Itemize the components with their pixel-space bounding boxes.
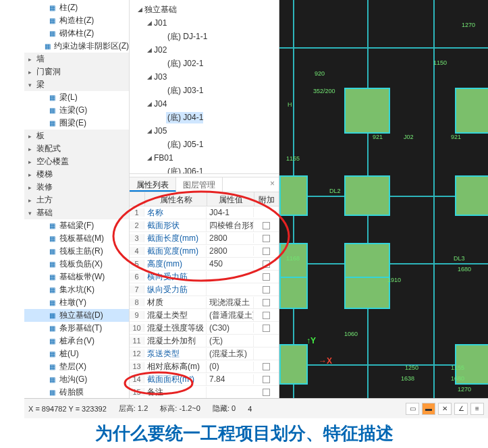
property-value[interactable]: 450 (207, 259, 254, 269)
sidebar-item[interactable]: ▦地沟(G) (24, 373, 129, 386)
sidebar-item[interactable]: ▦砖胎膜 (24, 386, 129, 398)
property-value[interactable]: J04-1 (207, 208, 254, 217)
sidebar-category[interactable]: ▾基础 (24, 206, 129, 219)
outline-item[interactable]: (底) J05-1 (130, 138, 279, 151)
sidebar-item[interactable]: ▦梁(L) (24, 91, 129, 104)
property-value[interactable]: 7.84 (207, 374, 254, 384)
sidebar-item[interactable]: ▦构造柱(Z) (24, 14, 129, 27)
property-row[interactable]: 10混凝土强度等级(C30) (130, 322, 279, 335)
sidebar-item[interactable]: ▦柱(Z) (24, 1, 129, 14)
property-value[interactable]: 2800 (207, 246, 254, 256)
checkbox[interactable] (263, 235, 270, 242)
angle-icon[interactable]: ∠ (454, 403, 468, 415)
sidebar-item[interactable]: ▦筏板基础(M) (24, 232, 129, 245)
sidebar-category[interactable]: ▾梁 (24, 78, 129, 91)
property-row[interactable]: 4截面宽度(mm)2800 (130, 245, 279, 258)
sidebar-item[interactable]: ▦条形基础(T) (24, 322, 129, 335)
outline-group[interactable]: ◢J05 (130, 124, 279, 138)
property-value[interactable]: 四棱锥台形独… (207, 220, 254, 231)
sidebar-item[interactable]: ▦桩承台(V) (24, 335, 129, 347)
tab-properties[interactable]: 属性列表 (130, 177, 176, 192)
checkbox[interactable] (263, 286, 270, 293)
outline-group[interactable]: ◢J02 (130, 43, 279, 57)
property-row[interactable]: 5高度(mm)450 (130, 258, 279, 271)
checkbox[interactable] (263, 376, 270, 383)
checkbox[interactable] (263, 312, 270, 319)
property-row[interactable]: 6横向受力筋 (130, 271, 279, 283)
sidebar-category[interactable]: ▸板 (24, 130, 129, 142)
layer-icon[interactable]: ≡ (470, 403, 484, 415)
sidebar-item[interactable]: ▦砌体柱(Z) (24, 27, 129, 40)
checkbox[interactable] (263, 260, 270, 268)
sidebar-item[interactable]: ▦筏板负筋(X) (24, 258, 129, 271)
property-row[interactable]: 13相对底标高(m)(0) (130, 360, 279, 373)
sidebar-item[interactable]: ▦桩(U) (24, 347, 129, 360)
tab-layers[interactable]: 图层管理 (176, 177, 223, 192)
sidebar-item[interactable]: ▦连梁(G) (24, 104, 129, 117)
property-row[interactable]: 2截面形状四棱锥台形独… (130, 219, 279, 232)
sidebar-category[interactable]: ▸土方 (24, 194, 129, 206)
sidebar-category[interactable]: ▸空心楼盖 (24, 155, 129, 168)
status-bar: X = 894782 Y = 323392 层高: 1.2 标高: -1.2~0… (24, 398, 488, 418)
sidebar-item[interactable]: ▦圈梁(E) (24, 117, 129, 130)
outline-group[interactable]: ◢J04 (130, 97, 279, 111)
fill-icon[interactable]: ▬ (422, 403, 435, 415)
property-row[interactable]: 11混凝土外加剂(无) (130, 335, 279, 347)
checkbox[interactable] (263, 299, 270, 306)
checkbox[interactable] (263, 248, 270, 255)
property-row[interactable]: 7纵向受力筋 (130, 283, 279, 296)
property-header: 属性名称 属性值 附加 (130, 192, 279, 206)
property-row[interactable]: 1名称J04-1 (130, 206, 279, 219)
property-row[interactable]: 8材质现浇混凝土 (130, 296, 279, 309)
outline-group[interactable]: ◢FB01 (130, 151, 279, 165)
property-value[interactable]: (C30) (207, 323, 254, 333)
property-name: 高度(mm) (144, 258, 207, 270)
component-icon: ▦ (47, 119, 57, 128)
property-row[interactable]: 9混凝土类型(普通混凝土) (130, 309, 279, 322)
snap-icon[interactable]: ✕ (438, 403, 452, 415)
property-row[interactable]: 14截面面积(m²)7.84 (130, 373, 279, 386)
sidebar-item[interactable]: ▦基础板带(W) (24, 271, 129, 283)
property-name: 截面面积(m²) (144, 374, 207, 385)
close-icon[interactable]: × (266, 177, 279, 192)
sidebar-item[interactable]: ▦集水坑(K) (24, 283, 129, 296)
property-value[interactable]: (0) (207, 362, 254, 371)
property-name: 相对底标高(m) (144, 361, 207, 372)
checkbox[interactable] (263, 363, 270, 370)
sidebar-category[interactable]: ▸装配式 (24, 142, 129, 155)
sidebar-item[interactable]: ▦筏板主筋(R) (24, 245, 129, 258)
property-value[interactable]: 2800 (207, 233, 254, 243)
outline-item[interactable]: (底) DJ-1-1 (130, 30, 279, 43)
view-icon[interactable]: ▭ (406, 403, 419, 415)
checkbox[interactable] (263, 325, 270, 332)
property-value[interactable]: 现浇混凝土 (207, 297, 254, 308)
sidebar-item[interactable]: ▦基础梁(F) (24, 219, 129, 232)
sidebar-item[interactable]: ▦约束边缘非阴影区(Z) (24, 40, 129, 53)
sidebar-category[interactable]: ▸墙 (24, 53, 129, 65)
outline-item[interactable]: (底) J03-1 (130, 84, 279, 97)
checkbox[interactable] (263, 222, 270, 229)
outline-item[interactable]: (底) J02-1 (130, 57, 279, 70)
property-value[interactable]: (普通混凝土) (207, 310, 254, 321)
sidebar-item[interactable]: ▦垫层(X) (24, 360, 129, 373)
outline-group[interactable]: ◢J03 (130, 70, 279, 84)
drawing-canvas[interactable]: 1270 1150 920 921 352/200 H J02 921 1155… (279, 0, 488, 398)
checkbox[interactable] (263, 273, 270, 281)
sidebar-category[interactable]: ▸装修 (24, 181, 129, 194)
component-outline: ◢独立基础 ◢J01(底) DJ-1-1◢J02(底) J02-1◢J03(底)… (130, 0, 279, 174)
outline-item[interactable]: (底) J06-1 (130, 165, 279, 174)
outline-item[interactable]: (底) J04-1 (130, 111, 279, 124)
property-value[interactable]: (无) (207, 335, 254, 347)
sidebar-category[interactable]: ▸楼梯 (24, 168, 129, 181)
property-value[interactable]: (混凝土泵) (207, 348, 254, 360)
sidebar-category[interactable]: ▸门窗洞 (24, 65, 129, 78)
sidebar-item[interactable]: ▦柱墩(Y) (24, 296, 129, 309)
outline-group[interactable]: ◢J01 (130, 16, 279, 30)
checkbox[interactable] (263, 389, 270, 396)
property-row[interactable]: 15备注 (130, 386, 279, 399)
component-icon: ▦ (47, 3, 57, 13)
outline-root[interactable]: ◢独立基础 (130, 3, 279, 16)
sidebar-item[interactable]: ▦独立基础(D) (24, 309, 129, 322)
property-row[interactable]: 12泵送类型(混凝土泵) (130, 347, 279, 360)
property-row[interactable]: 3截面长度(mm)2800 (130, 232, 279, 245)
